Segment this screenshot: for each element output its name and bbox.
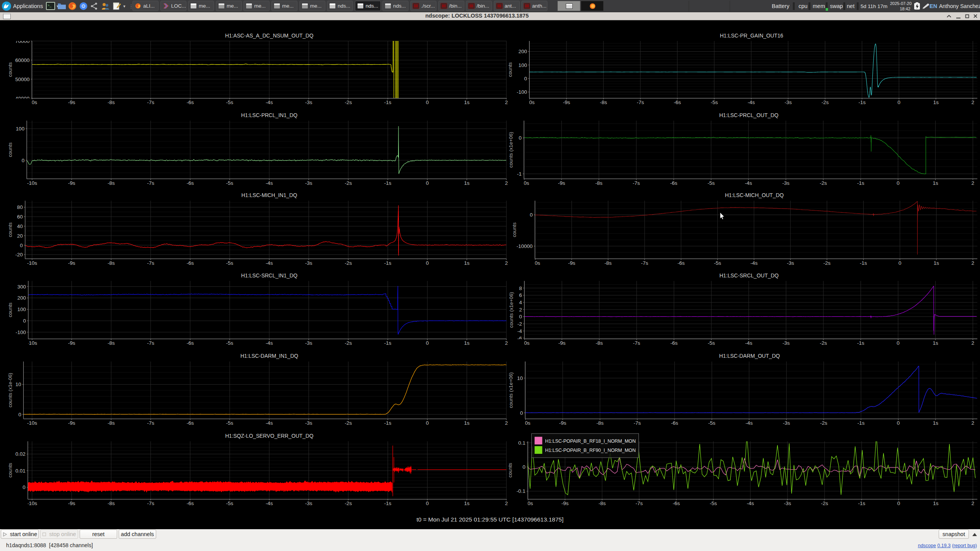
svg-text:H1:LSC-DARM_OUT_DQ: H1:LSC-DARM_OUT_DQ [719, 353, 780, 359]
svg-text:1s: 1s [933, 340, 939, 346]
svg-text:-9s: -9s [68, 420, 75, 426]
svg-text:1s: 1s [464, 500, 470, 506]
svg-text:-8s: -8s [108, 260, 115, 266]
svg-text:-7s: -7s [147, 500, 154, 506]
svg-text:-9s: -9s [68, 260, 75, 266]
svg-text:H1:LSC-PRCL_OUT_DQ: H1:LSC-PRCL_OUT_DQ [719, 112, 779, 118]
svg-text:H1:LSC-PR_GAIN_OUT16: H1:LSC-PR_GAIN_OUT16 [720, 33, 783, 39]
svg-text:counts: counts [7, 302, 13, 317]
svg-text:counts: counts [507, 463, 513, 478]
svg-text:0: 0 [426, 500, 429, 506]
svg-text:-5s: -5s [710, 500, 717, 506]
svg-text:-6s: -6s [673, 500, 680, 506]
svg-text:-9s: -9s [68, 340, 75, 346]
svg-text:8: 8 [519, 285, 522, 291]
svg-text:-10s: -10s [27, 420, 38, 426]
svg-text:-7s: -7s [635, 500, 643, 506]
svg-text:0: 0 [426, 99, 429, 105]
svg-text:0: 0 [21, 158, 24, 163]
svg-text:-10s: -10s [27, 260, 38, 266]
svg-text:0: 0 [897, 500, 900, 506]
svg-text:-2s: -2s [345, 500, 352, 506]
svg-text:-8s: -8s [595, 180, 603, 186]
svg-text:-1s: -1s [384, 340, 392, 346]
svg-text:1s: 1s [933, 500, 939, 506]
svg-text:-4s: -4s [750, 260, 758, 266]
svg-text:-5s: -5s [226, 420, 234, 426]
svg-text:-6s: -6s [186, 99, 194, 105]
svg-text:-8s: -8s [108, 340, 115, 346]
svg-text:-1: -1 [517, 171, 522, 177]
svg-text:-5s: -5s [226, 180, 234, 186]
svg-text:2: 2 [972, 180, 975, 186]
svg-text:200: 200 [518, 49, 527, 54]
svg-text:-6s: -6s [670, 180, 678, 186]
svg-text:-4s: -4s [266, 340, 273, 346]
svg-text:-9s: -9s [568, 260, 575, 266]
svg-text:-0.1: -0.1 [516, 488, 525, 494]
svg-text:-4s: -4s [266, 420, 273, 426]
svg-text:1s: 1s [464, 180, 470, 186]
svg-text:2: 2 [505, 500, 508, 506]
svg-text:-10s: -10s [27, 340, 38, 346]
svg-text:-6s: -6s [678, 260, 685, 266]
svg-text:2: 2 [972, 260, 975, 266]
svg-text:-6s: -6s [186, 500, 194, 506]
svg-text:0.01: 0.01 [15, 468, 25, 474]
svg-text:counts (x1e+06): counts (x1e+06) [508, 132, 514, 168]
svg-text:0: 0 [20, 243, 23, 248]
svg-text:-3s: -3s [305, 260, 312, 266]
svg-text:-9s: -9s [562, 500, 569, 506]
svg-text:-4s: -4s [747, 500, 754, 506]
svg-text:2: 2 [505, 180, 508, 186]
svg-text:6: 6 [519, 292, 522, 298]
svg-text:300: 300 [17, 284, 26, 290]
svg-text:0: 0 [897, 340, 900, 346]
svg-text:0: 0 [426, 420, 429, 426]
svg-text:-9s: -9s [559, 420, 567, 426]
svg-text:counts: counts [7, 62, 13, 77]
svg-text:-8s: -8s [108, 180, 115, 186]
svg-text:2: 2 [519, 307, 522, 313]
svg-text:-7s: -7s [633, 340, 640, 346]
svg-text:H1:LSC-POPAIR_B_RF90_I_NORM_MO: H1:LSC-POPAIR_B_RF90_I_NORM_MON [545, 448, 636, 453]
svg-text:-6s: -6s [186, 260, 194, 266]
svg-text:-10s: -10s [27, 180, 38, 186]
svg-text:-2s: -2s [345, 180, 352, 186]
svg-text:-8s: -8s [596, 340, 603, 346]
svg-text:0: 0 [519, 135, 522, 141]
svg-text:100: 100 [16, 126, 24, 132]
svg-text:-3s: -3s [305, 340, 312, 346]
svg-text:-9s: -9s [558, 340, 565, 346]
svg-text:0: 0 [18, 412, 21, 417]
svg-text:-9s: -9s [563, 99, 570, 105]
svg-text:10: 10 [15, 381, 21, 387]
svg-text:0: 0 [524, 76, 527, 82]
svg-text:counts (x1e-06): counts (x1e-06) [7, 373, 13, 408]
svg-text:-6s: -6s [186, 420, 194, 426]
svg-text:-3s: -3s [305, 180, 312, 186]
svg-text:H1:LSC-POPAIR_B_RF18_I_NORM_MO: H1:LSC-POPAIR_B_RF18_I_NORM_MON [545, 439, 636, 444]
svg-text:H1:LSC-SRCL_OUT_DQ: H1:LSC-SRCL_OUT_DQ [719, 273, 779, 279]
svg-text:counts: counts [7, 463, 13, 478]
svg-text:-1s: -1s [858, 99, 866, 105]
svg-text:-7s: -7s [633, 180, 640, 186]
svg-text:counts (x1e+06): counts (x1e+06) [508, 372, 514, 408]
svg-text:0: 0 [519, 314, 522, 320]
svg-text:1s: 1s [933, 180, 938, 186]
svg-text:-6s: -6s [186, 180, 194, 186]
svg-text:80: 80 [17, 204, 23, 210]
svg-text:-4s: -4s [266, 180, 273, 186]
svg-text:-3s: -3s [305, 500, 312, 506]
svg-text:2: 2 [972, 500, 975, 506]
svg-text:-3s: -3s [783, 420, 790, 426]
svg-text:1s: 1s [464, 260, 470, 266]
svg-text:1s: 1s [464, 420, 470, 426]
svg-text:-5s: -5s [226, 99, 234, 105]
svg-text:-2s: -2s [345, 420, 352, 426]
svg-text:-1s: -1s [384, 99, 392, 105]
svg-text:H1:LSC-DARM_IN1_DQ: H1:LSC-DARM_IN1_DQ [240, 353, 298, 359]
svg-text:counts (x1e+06): counts (x1e+06) [508, 292, 514, 328]
svg-text:0: 0 [523, 464, 526, 470]
svg-text:-8s: -8s [600, 99, 607, 105]
